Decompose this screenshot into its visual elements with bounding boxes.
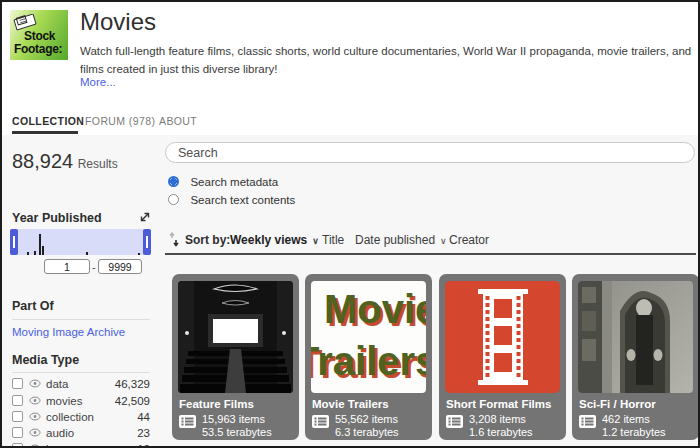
divider [12,372,150,373]
sort-option-title[interactable]: Title [322,233,344,247]
slider-handle-min[interactable] [10,229,18,255]
media-type-count: 42,509 [115,395,150,407]
more-link[interactable]: More... [80,76,116,88]
results-count: 88,924 [12,150,73,172]
movie-trailers-thumbnail: Movie Trailers [311,281,426,393]
divider [12,319,150,320]
checkbox-audio[interactable] [12,427,23,438]
media-type-label: data [46,378,68,390]
search-input[interactable] [165,142,695,163]
eye-icon[interactable] [29,396,41,405]
sort-option-weekly-views[interactable]: Weekly views∨ [230,233,319,247]
year-histogram-bar [86,252,88,255]
media-type-row: image 10 [12,442,150,448]
list-icon [579,415,596,428]
media-type-label: image [46,443,77,448]
short-format-films-thumbnail [445,281,560,393]
media-type-heading: Media Type [12,353,79,367]
tile-size: 6.3 terabytes [335,426,399,438]
chevron-down-icon: ∨ [312,236,319,246]
year-histogram-bar [27,252,29,255]
collection-tile-movie-trailers[interactable]: Movie Trailers Movie Trailers 55,562 ite… [305,274,432,440]
results-label: Results [78,157,118,171]
active-tab-underline [12,131,78,134]
moving-image-archive-link[interactable]: Moving Image Archive [12,326,125,338]
media-type-count: 46,329 [115,378,150,390]
tab-collection[interactable]: COLLECTION [12,115,84,127]
trailer-art-word1: Movie [311,283,426,335]
collection-tile-scifi-horror[interactable]: Sci-Fi / Horror 462 items 1.2 terabytes [572,274,699,440]
checkbox-data[interactable] [12,378,23,389]
media-type-row: audio 23 [12,426,150,441]
slider-handle-max[interactable] [143,229,151,255]
year-histogram-bar [42,246,44,255]
search-text-contents-option[interactable]: Search text contents [168,190,295,203]
sort-arrows-icon [168,232,180,247]
checkbox-collection[interactable] [12,411,23,422]
tile-size: 1.6 terabytes [469,426,533,438]
list-icon [446,415,463,428]
collection-tile-feature-films[interactable]: Feature Films 15,963 items 53.5 terabyte… [172,274,299,440]
tile-title: Short Format Films [446,398,551,410]
tab-bar: COLLECTION FORUM (978) ABOUT [2,112,698,135]
eye-icon[interactable] [29,428,41,437]
chevron-down-icon: ∨ [440,236,447,246]
tab-forum[interactable]: FORUM (978) [85,115,155,127]
media-type-label: audio [46,427,74,439]
sort-option-creator[interactable]: Creator [449,233,489,247]
year-histogram-bar [138,253,140,255]
year-min-input[interactable] [44,259,90,274]
year-histogram-bar [34,251,36,255]
feature-films-thumbnail [178,281,293,393]
year-max-input[interactable] [98,259,142,274]
media-type-row: collection 44 [12,410,150,425]
checkbox-image[interactable] [12,443,23,448]
list-icon [312,415,329,428]
tile-item-count: 55,562 items [335,413,398,425]
year-range-slider[interactable] [10,229,151,255]
tile-title: Movie Trailers [312,398,389,410]
list-icon [179,415,196,428]
part-of-heading: Part Of [12,299,54,313]
tile-title: Feature Films [179,398,254,410]
sort-bar: Sort by: Weekly views∨ Title Date publis… [165,230,696,250]
collection-description: Watch full-length feature films, classic… [80,42,694,79]
page-title: Movies [80,8,156,36]
stock-footage-logo[interactable]: Stock Footage: [10,10,68,60]
media-type-label: collection [46,411,94,423]
eye-icon[interactable] [29,444,41,448]
search-metadata-option[interactable]: Search metadata [168,172,278,185]
year-published-heading: Year Published [12,211,102,225]
checkbox-movies[interactable] [12,395,23,406]
tile-item-count: 15,963 items [202,413,265,425]
movies-collection-page: Stock Footage: Movies Watch full-length … [0,0,700,448]
trailer-art-word2: Trailers [311,335,426,387]
eye-icon[interactable] [29,412,41,421]
tile-item-count: 3,208 items [469,413,526,425]
sort-option-date-published[interactable]: Date published∨ [355,233,447,247]
year-range-separator: - [92,261,96,273]
media-type-label: movies [46,395,82,407]
logo-text-line2: Footage: [14,42,62,56]
year-histogram-bar [39,234,41,255]
media-type-count: 44 [137,411,150,423]
logo-text-line1: Stock [24,29,55,43]
film-strip-icon [478,289,528,385]
tile-size: 53.5 terabytes [202,426,272,438]
radio-label: Search metadata [190,176,278,188]
eye-icon[interactable] [29,379,41,388]
media-type-count: 10 [137,443,150,448]
expand-icon[interactable] [139,211,151,223]
sort-by-label: Sort by: [185,233,230,247]
tile-size: 1.2 terabytes [602,426,666,438]
tile-item-count: 462 items [602,413,650,425]
tile-title: Sci-Fi / Horror [579,398,656,410]
results-summary: 88,924 Results [12,150,118,173]
media-type-count: 23 [137,427,150,439]
tab-about[interactable]: ABOUT [159,115,197,127]
collection-tile-short-format-films[interactable]: Short Format Films 3,208 items 1.6 terab… [439,274,566,440]
radio-label: Search text contents [190,194,295,206]
scifi-horror-thumbnail [578,281,693,393]
media-type-row: data 46,329 [12,377,150,392]
divider [165,253,696,255]
